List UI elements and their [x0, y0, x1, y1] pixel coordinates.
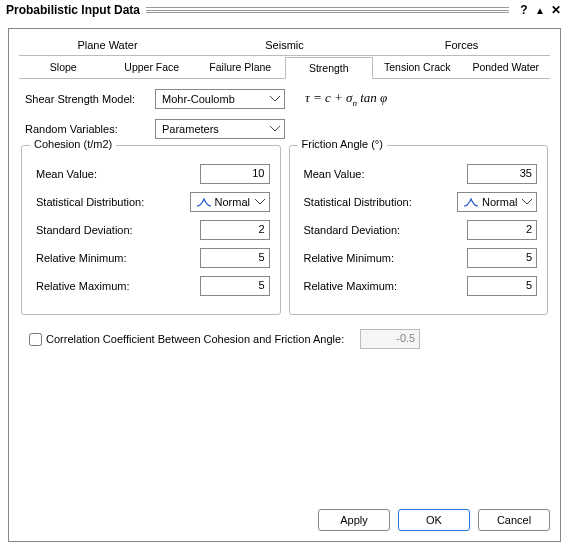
- collapse-icon[interactable]: ▲: [533, 3, 547, 17]
- random-vars-row: Random Variables: Parameters: [25, 119, 550, 139]
- friction-relmin-input[interactable]: 5: [467, 248, 537, 268]
- normal-curve-icon: [197, 197, 211, 207]
- tab-failure-plane[interactable]: Failure Plane: [196, 56, 285, 78]
- title-bar: Probabilistic Input Data ? ▲ ✕: [0, 0, 569, 20]
- tab-row-top: Plane Water Seismic Forces: [19, 35, 550, 56]
- tab-strength[interactable]: Strength: [285, 57, 374, 79]
- correlation-checkbox[interactable]: [29, 333, 42, 346]
- chevron-down-icon: [270, 126, 280, 132]
- cohesion-std-label: Standard Deviation:: [36, 224, 200, 236]
- friction-std-input[interactable]: 2: [467, 220, 537, 240]
- friction-group: Friction Angle (°) Mean Value: 35 Statis…: [289, 145, 549, 315]
- friction-std-label: Standard Deviation:: [304, 224, 468, 236]
- chevron-down-icon: [270, 96, 280, 102]
- friction-mean-input[interactable]: 35: [467, 164, 537, 184]
- tab-plane-water[interactable]: Plane Water: [19, 35, 196, 55]
- ok-button[interactable]: OK: [398, 509, 470, 531]
- shear-model-label: Shear Strength Model:: [25, 93, 155, 105]
- window-title: Probabilistic Input Data: [6, 3, 140, 17]
- tab-slope[interactable]: Slope: [19, 56, 108, 78]
- random-vars-label: Random Variables:: [25, 123, 155, 135]
- correlation-row: Correlation Coefficient Between Cohesion…: [25, 329, 550, 349]
- dialog-footer: Apply OK Cancel: [318, 509, 550, 531]
- help-icon[interactable]: ?: [517, 3, 531, 17]
- cohesion-group: Cohesion (t/m2) Mean Value: 10 Statistic…: [21, 145, 281, 315]
- cohesion-dist-value: Normal: [215, 196, 250, 208]
- friction-dist-label: Statistical Distribution:: [304, 196, 458, 208]
- close-icon[interactable]: ✕: [549, 3, 563, 17]
- chevron-down-icon: [255, 199, 265, 205]
- friction-relmax-input[interactable]: 5: [467, 276, 537, 296]
- correlation-input: -0.5: [360, 329, 420, 349]
- friction-relmax-label: Relative Maximum:: [304, 280, 468, 292]
- cohesion-std-input[interactable]: 2: [200, 220, 270, 240]
- cohesion-mean-label: Mean Value:: [36, 168, 200, 180]
- shear-model-select[interactable]: Mohr-Coulomb: [155, 89, 285, 109]
- shear-model-value: Mohr-Coulomb: [162, 93, 235, 105]
- correlation-label: Correlation Coefficient Between Cohesion…: [46, 333, 344, 345]
- tab-upper-face[interactable]: Upper Face: [108, 56, 197, 78]
- tab-forces[interactable]: Forces: [373, 35, 550, 55]
- tab-tension-crack[interactable]: Tension Crack: [373, 56, 462, 78]
- cohesion-dist-select[interactable]: Normal: [190, 192, 270, 212]
- cohesion-mean-input[interactable]: 10: [200, 164, 270, 184]
- shear-equation: τ = c + σn tan φ: [305, 90, 387, 108]
- random-vars-value: Parameters: [162, 123, 219, 135]
- cancel-button[interactable]: Cancel: [478, 509, 550, 531]
- cohesion-relmax-label: Relative Maximum:: [36, 280, 200, 292]
- parameter-groups: Cohesion (t/m2) Mean Value: 10 Statistic…: [19, 145, 550, 315]
- tab-ponded-water[interactable]: Ponded Water: [462, 56, 551, 78]
- apply-button[interactable]: Apply: [318, 509, 390, 531]
- random-vars-select[interactable]: Parameters: [155, 119, 285, 139]
- cohesion-relmin-label: Relative Minimum:: [36, 252, 200, 264]
- friction-mean-label: Mean Value:: [304, 168, 468, 180]
- friction-dist-value: Normal: [482, 196, 517, 208]
- tab-row-bottom: Slope Upper Face Failure Plane Strength …: [19, 56, 550, 79]
- cohesion-relmax-input[interactable]: 5: [200, 276, 270, 296]
- friction-legend: Friction Angle (°): [298, 138, 387, 150]
- shear-model-row: Shear Strength Model: Mohr-Coulomb τ = c…: [25, 89, 550, 109]
- dialog-body: Plane Water Seismic Forces Slope Upper F…: [8, 28, 561, 542]
- chevron-down-icon: [522, 199, 532, 205]
- tab-seismic[interactable]: Seismic: [196, 35, 373, 55]
- cohesion-dist-label: Statistical Distribution:: [36, 196, 190, 208]
- friction-relmin-label: Relative Minimum:: [304, 252, 468, 264]
- friction-dist-select[interactable]: Normal: [457, 192, 537, 212]
- normal-curve-icon: [464, 197, 478, 207]
- cohesion-relmin-input[interactable]: 5: [200, 248, 270, 268]
- title-fill: [146, 7, 509, 13]
- cohesion-legend: Cohesion (t/m2): [30, 138, 116, 150]
